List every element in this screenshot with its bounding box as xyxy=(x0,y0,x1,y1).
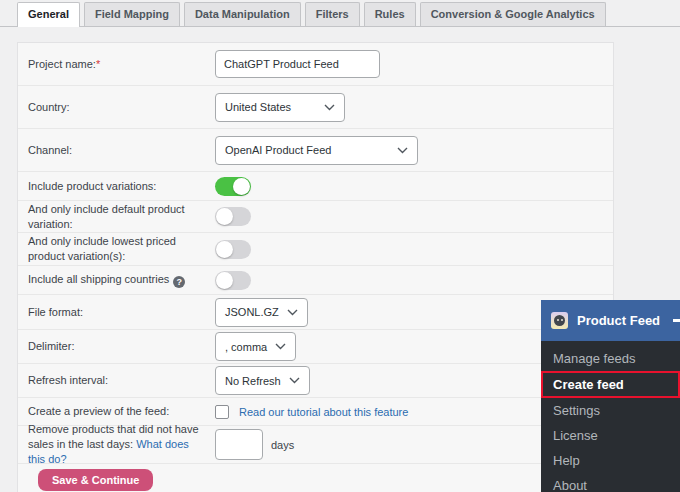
chevron-down-icon xyxy=(397,147,408,154)
tab-conversion-google-analytics[interactable]: Conversion & Google Analytics xyxy=(420,2,606,26)
row-lowest-priced-variation: And only include lowest priced product v… xyxy=(18,233,613,266)
sidebar-menu: Manage feeds Create feed Settings Licens… xyxy=(541,341,680,492)
tab-rules[interactable]: Rules xyxy=(364,2,416,26)
include-variations-toggle[interactable] xyxy=(215,177,251,196)
refresh-interval-select-value: No Refresh xyxy=(225,375,281,387)
toggle-knob xyxy=(216,208,233,225)
tab-general[interactable]: General xyxy=(17,2,80,27)
chevron-down-icon xyxy=(287,309,298,316)
project-name-label: Project name:* xyxy=(28,57,215,72)
lowest-priced-variation-toggle[interactable] xyxy=(215,240,251,259)
row-shipping-countries: Include all shipping countries? xyxy=(18,266,613,295)
row-channel: Channel: OpenAI Product Feed xyxy=(18,129,613,172)
sidebar-title: Product Feed xyxy=(577,313,660,328)
delimiter-label: Delimiter: xyxy=(28,339,215,354)
admin-menu-overlay: Product Feed Manage feeds Create feed Se… xyxy=(541,300,680,492)
project-name-input[interactable] xyxy=(215,50,380,78)
remove-products-days-input[interactable] xyxy=(215,429,263,460)
help-icon[interactable]: ? xyxy=(173,276,185,288)
default-variation-label: And only include default product variati… xyxy=(28,202,215,232)
channel-select[interactable]: OpenAI Product Feed xyxy=(215,136,418,165)
save-continue-button[interactable]: Save & Continue xyxy=(38,469,153,491)
delimiter-select[interactable]: , comma xyxy=(215,332,296,361)
remove-products-label: Remove products that did not have sales … xyxy=(28,422,215,467)
row-remove-products: Remove products that did not have sales … xyxy=(18,426,613,464)
tab-bar: General Field Mapping Data Manipulation … xyxy=(0,0,680,27)
row-project-name: Project name:* xyxy=(18,43,613,86)
feed-preview-label: Create a preview of the feed: xyxy=(28,404,215,419)
row-country: Country: United States xyxy=(18,86,613,129)
tab-filters[interactable]: Filters xyxy=(305,2,360,26)
row-save: Save & Continue xyxy=(18,464,613,492)
shipping-countries-toggle[interactable] xyxy=(215,271,251,290)
sidebar-item-create-feed[interactable]: Create feed xyxy=(541,371,680,398)
file-format-select-value: JSONL.GZ xyxy=(225,306,279,318)
tab-data-manipulation[interactable]: Data Manipulation xyxy=(184,2,301,26)
country-select-value: United States xyxy=(225,101,291,113)
sidebar-header-product-feed[interactable]: Product Feed xyxy=(541,300,680,341)
preview-tutorial-link[interactable]: Read our tutorial about this feature xyxy=(239,406,408,418)
file-format-label: File format: xyxy=(28,305,215,320)
product-feed-logo-icon xyxy=(551,312,568,329)
chevron-down-icon xyxy=(289,377,300,384)
lowest-priced-variation-label: And only include lowest priced product v… xyxy=(28,234,215,264)
row-refresh-interval: Refresh interval: No Refresh xyxy=(18,364,613,398)
tab-field-mapping[interactable]: Field Mapping xyxy=(84,2,180,26)
submenu-arrow-icon xyxy=(673,319,680,322)
row-default-variation: And only include default product variati… xyxy=(18,201,613,233)
row-include-variations: Include product variations: xyxy=(18,172,613,201)
country-label: Country: xyxy=(28,100,215,115)
chevron-down-icon xyxy=(275,343,286,350)
row-delimiter: Delimiter: , comma xyxy=(18,330,613,364)
toggle-knob xyxy=(216,272,233,289)
channel-label: Channel: xyxy=(28,143,215,158)
sidebar-item-settings[interactable]: Settings xyxy=(541,398,680,423)
file-format-select[interactable]: JSONL.GZ xyxy=(215,298,308,327)
required-asterisk: * xyxy=(96,58,100,70)
days-suffix-label: days xyxy=(271,439,294,451)
sidebar-item-help[interactable]: Help xyxy=(541,448,680,473)
row-file-format: File format: JSONL.GZ xyxy=(18,295,613,330)
sidebar-item-about[interactable]: About xyxy=(541,473,680,492)
feed-preview-checkbox[interactable] xyxy=(215,405,229,419)
default-variation-toggle[interactable] xyxy=(215,207,251,226)
channel-select-value: OpenAI Product Feed xyxy=(225,144,331,156)
country-select[interactable]: United States xyxy=(215,93,345,122)
refresh-interval-label: Refresh interval: xyxy=(28,373,215,388)
toggle-knob xyxy=(233,178,250,195)
shipping-countries-label: Include all shipping countries? xyxy=(28,272,215,288)
delimiter-select-value: , comma xyxy=(225,341,267,353)
toggle-knob xyxy=(216,241,233,258)
sidebar-item-license[interactable]: License xyxy=(541,423,680,448)
include-variations-label: Include product variations: xyxy=(28,179,215,194)
chevron-down-icon xyxy=(324,104,335,111)
sidebar-item-manage-feeds[interactable]: Manage feeds xyxy=(541,346,680,371)
refresh-interval-select[interactable]: No Refresh xyxy=(215,366,310,395)
robot-face-icon xyxy=(554,315,565,326)
general-settings-panel: Project name:* Country: United States Ch… xyxy=(17,42,614,492)
